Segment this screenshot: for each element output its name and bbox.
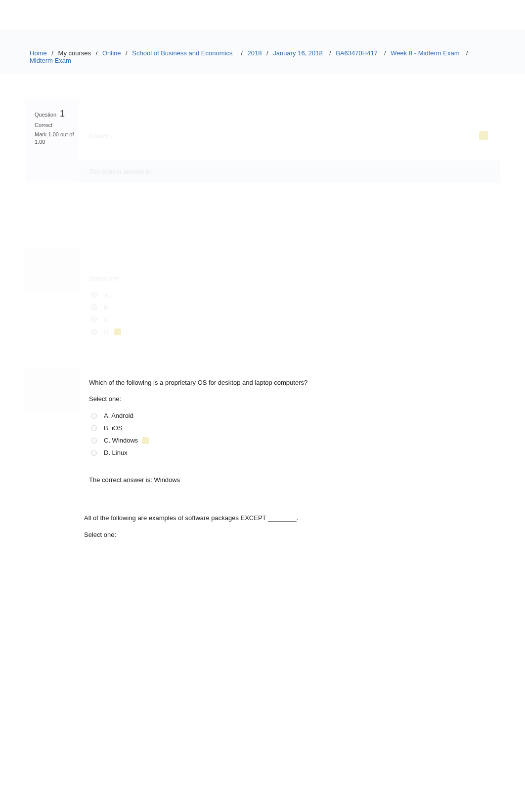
option-d[interactable]: D. Linux	[89, 447, 490, 459]
breadcrumb-sep: /	[464, 49, 468, 57]
option-b[interactable]: B. iOS	[89, 422, 490, 434]
option-d-label: D. Linux	[104, 449, 128, 456]
question-1-card: Question 1 Correct Mark 1.00 out of 1.00…	[25, 99, 500, 183]
option-b-label: B.	[104, 304, 110, 311]
correct-tick-icon	[479, 131, 488, 140]
breadcrumb-school[interactable]: School of Business and Economics	[132, 49, 232, 57]
question-3-body: Which of the following is a proprietary …	[79, 368, 500, 494]
select-one-label: Select one:	[84, 531, 500, 538]
breadcrumb-sep: /	[51, 49, 53, 57]
option-a[interactable]: A. Android	[89, 409, 490, 422]
option-b[interactable]: B.	[89, 301, 490, 314]
question-4-text: All of the following are examples of sof…	[84, 513, 500, 523]
option-c[interactable]: C. Windows	[89, 434, 490, 447]
radio-icon	[91, 292, 97, 298]
correct-tick-icon	[114, 328, 121, 335]
radio-icon	[91, 438, 97, 444]
breadcrumb-course[interactable]: BA63470H417	[336, 49, 378, 57]
breadcrumb-date[interactable]: January 16, 2018	[273, 49, 322, 57]
breadcrumb-sep: /	[96, 49, 98, 57]
select-one-label: Select one:	[89, 395, 490, 403]
breadcrumb-activity[interactable]: Midterm Exam	[30, 57, 71, 64]
breadcrumb-sep: /	[237, 49, 243, 57]
breadcrumb-sep: /	[126, 49, 128, 57]
question-number: 1	[60, 109, 65, 119]
question-3-feedback: The correct answer is: Windows	[89, 476, 490, 484]
select-one-label: Select one:	[89, 275, 490, 282]
option-c-label: C.	[104, 316, 110, 324]
breadcrumb-mycourses: My courses	[58, 49, 91, 57]
option-a[interactable]: A.	[89, 289, 490, 301]
question-2-meta	[25, 247, 79, 291]
breadcrumb-week[interactable]: Week 8 - Midterm Exam	[391, 49, 459, 57]
question-1-feedback: The correct answer is:	[79, 161, 500, 183]
question-1-answer-row: Answer:	[79, 125, 500, 146]
breadcrumb-sep: /	[266, 49, 268, 57]
breadcrumb-year[interactable]: 2018	[248, 49, 262, 57]
question-3-card: Which of the following is a proprietary …	[25, 368, 500, 494]
question-1-meta: Question 1 Correct Mark 1.00 out of 1.00	[25, 99, 79, 183]
radio-icon	[91, 317, 97, 323]
breadcrumb-sep: /	[327, 49, 331, 57]
question-2-body: Select one: A. B. C. D.	[79, 247, 500, 348]
option-b-label: B. iOS	[104, 424, 123, 432]
breadcrumb: Home / My courses / Online / School of B…	[0, 30, 525, 74]
breadcrumb-online[interactable]: Online	[102, 49, 121, 57]
breadcrumb-home[interactable]: Home	[30, 49, 47, 57]
radio-icon	[91, 425, 97, 431]
question-1-text	[79, 99, 500, 125]
option-a-label: A. Android	[104, 412, 133, 419]
option-d-label: D.	[104, 328, 110, 336]
radio-icon	[91, 450, 97, 456]
option-d[interactable]: D.	[89, 326, 490, 338]
option-c-label: C. Windows	[104, 437, 138, 444]
option-c[interactable]: C.	[89, 314, 490, 326]
option-a-label: A.	[104, 291, 110, 299]
answer-placeholder: Answer:	[89, 132, 112, 139]
question-3-meta	[25, 368, 79, 412]
question-2-card: Select one: A. B. C. D.	[25, 247, 500, 348]
radio-icon	[91, 413, 97, 419]
question-4-block: All of the following are examples of sof…	[84, 513, 500, 538]
question-mark: Mark 1.00 out of 1.00	[35, 131, 74, 146]
question-3-text: Which of the following is a proprietary …	[89, 378, 490, 388]
correct-tick-icon	[142, 437, 149, 444]
question-status: Correct	[35, 122, 74, 128]
breadcrumb-sep: /	[382, 49, 386, 57]
radio-icon	[91, 329, 97, 335]
radio-icon	[91, 304, 97, 310]
question-label: Question	[35, 112, 56, 118]
